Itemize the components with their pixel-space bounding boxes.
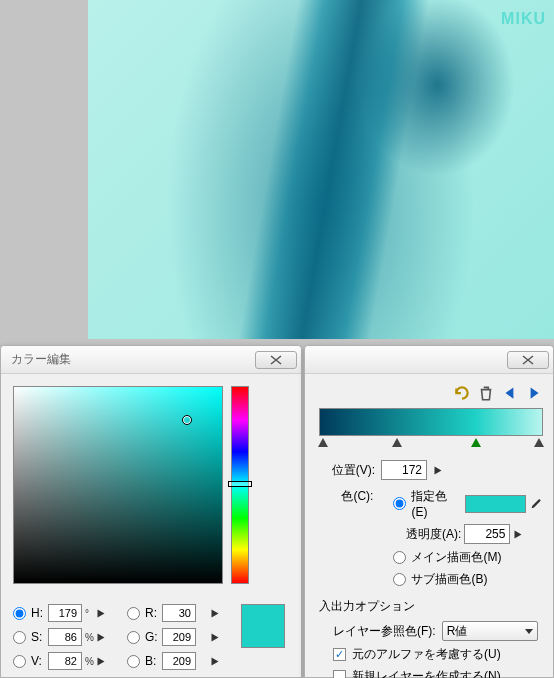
position-spinner[interactable] bbox=[435, 466, 442, 474]
color-label: 色(C): bbox=[319, 488, 373, 505]
position-input[interactable]: 172 bbox=[381, 460, 427, 480]
arrow-right-icon[interactable] bbox=[525, 384, 543, 402]
gradient-bar[interactable] bbox=[319, 408, 543, 436]
b-input[interactable]: 209 bbox=[162, 652, 196, 670]
mode-b-radio[interactable] bbox=[127, 655, 140, 668]
h-input[interactable]: 179 bbox=[48, 604, 82, 622]
layer-ref-select[interactable]: R値 bbox=[442, 621, 538, 641]
gradient-stop[interactable] bbox=[392, 438, 402, 447]
v-label: V: bbox=[31, 654, 45, 668]
eyedropper-icon[interactable] bbox=[529, 497, 543, 511]
r-label: R: bbox=[145, 606, 159, 620]
b-spinner[interactable] bbox=[212, 657, 219, 665]
s-input[interactable]: 86 bbox=[48, 628, 82, 646]
s-unit: % bbox=[85, 632, 93, 643]
r-input[interactable]: 30 bbox=[162, 604, 196, 622]
g-input[interactable]: 209 bbox=[162, 628, 196, 646]
s-label: S: bbox=[31, 630, 45, 644]
gradient-stops[interactable] bbox=[319, 438, 543, 452]
opacity-spinner[interactable] bbox=[515, 530, 522, 538]
io-section-title: 入出力オプション bbox=[319, 598, 543, 615]
color-picker-panel: カラー編集 H: 179 ° S: 86 % bbox=[0, 345, 302, 678]
layer-ref-value: R値 bbox=[447, 623, 468, 640]
specified-color-chip[interactable] bbox=[465, 495, 527, 513]
canvas-area: MIKU bbox=[0, 0, 554, 345]
gradient-toolbar bbox=[319, 384, 543, 402]
g-label: G: bbox=[145, 630, 159, 644]
color-sub-label: サブ描画色(B) bbox=[411, 571, 487, 588]
hue-cursor[interactable] bbox=[228, 481, 252, 487]
gradient-stop[interactable] bbox=[318, 438, 328, 447]
new-layer-checkbox[interactable] bbox=[333, 670, 346, 678]
arrow-left-icon[interactable] bbox=[501, 384, 519, 402]
color-specified-radio[interactable] bbox=[393, 497, 406, 510]
undo-icon[interactable] bbox=[453, 384, 471, 402]
b-label: B: bbox=[145, 654, 159, 668]
layer-ref-label: レイヤー参照色(F): bbox=[333, 623, 436, 640]
v-input[interactable]: 82 bbox=[48, 652, 82, 670]
v-unit: % bbox=[85, 656, 93, 667]
sv-picker[interactable] bbox=[13, 386, 223, 584]
hsv-column: H: 179 ° S: 86 % V: 82 % bbox=[13, 604, 105, 670]
h-spinner[interactable] bbox=[98, 609, 105, 617]
close-button[interactable] bbox=[507, 351, 549, 369]
mode-v-radio[interactable] bbox=[13, 655, 26, 668]
h-label: H: bbox=[31, 606, 45, 620]
position-label: 位置(V): bbox=[319, 462, 375, 479]
artwork-canvas[interactable]: MIKU bbox=[88, 0, 554, 339]
gradient-stop[interactable] bbox=[534, 438, 544, 447]
color-main-label: メイン描画色(M) bbox=[411, 549, 501, 566]
rgb-column: R: 30 G: 209 B: 209 bbox=[127, 604, 219, 670]
picker-title: カラー編集 bbox=[5, 351, 71, 368]
gradient-stop-active[interactable] bbox=[471, 438, 481, 447]
color-sub-radio[interactable] bbox=[393, 573, 406, 586]
close-button[interactable] bbox=[255, 351, 297, 369]
opacity-label: 透明度(A): bbox=[393, 526, 461, 543]
close-icon bbox=[269, 355, 283, 365]
keep-alpha-checkbox[interactable] bbox=[333, 648, 346, 661]
mode-g-radio[interactable] bbox=[127, 631, 140, 644]
v-spinner[interactable] bbox=[98, 657, 105, 665]
gradient-panel: 位置(V): 172 色(C): 指定色(E) 透明度(A): 255 bbox=[304, 345, 554, 678]
chevron-down-icon bbox=[525, 629, 533, 634]
sv-cursor[interactable] bbox=[182, 415, 192, 425]
grad-titlebar[interactable] bbox=[305, 346, 553, 374]
keep-alpha-label: 元のアルファを考慮する(U) bbox=[352, 646, 501, 663]
trash-icon[interactable] bbox=[477, 384, 495, 402]
hue-slider[interactable] bbox=[231, 386, 249, 584]
mode-h-radio[interactable] bbox=[13, 607, 26, 620]
current-color-swatch bbox=[241, 604, 285, 648]
new-layer-label: 新規レイヤーを作成する(N) bbox=[352, 668, 501, 678]
close-icon bbox=[521, 355, 535, 365]
color-specified-label: 指定色(E) bbox=[411, 488, 461, 519]
opacity-input[interactable]: 255 bbox=[464, 524, 510, 544]
mode-s-radio[interactable] bbox=[13, 631, 26, 644]
picker-titlebar[interactable]: カラー編集 bbox=[1, 346, 301, 374]
s-spinner[interactable] bbox=[98, 633, 105, 641]
g-spinner[interactable] bbox=[212, 633, 219, 641]
mode-r-radio[interactable] bbox=[127, 607, 140, 620]
artwork-label: MIKU bbox=[501, 10, 546, 28]
r-spinner[interactable] bbox=[212, 609, 219, 617]
color-main-radio[interactable] bbox=[393, 551, 406, 564]
h-unit: ° bbox=[85, 608, 93, 619]
